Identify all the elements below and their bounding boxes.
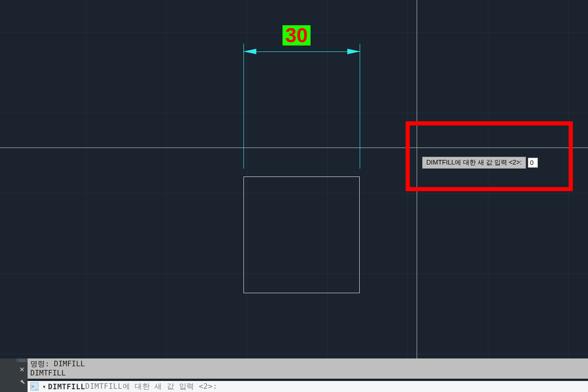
svg-marker-1 bbox=[347, 49, 360, 54]
model-space-canvas[interactable]: 30 DIMTFILL에 대한 새 값 입력 <2>: bbox=[0, 0, 588, 358]
dynamic-input-field[interactable] bbox=[528, 158, 538, 168]
rectangle-shape bbox=[243, 176, 360, 293]
dimension-ext-left bbox=[243, 44, 244, 169]
command-active-text: DIMTFILL bbox=[48, 382, 85, 391]
close-icon[interactable]: ✕ bbox=[18, 366, 26, 373]
svg-marker-0 bbox=[243, 49, 256, 54]
dimension-arrow-left bbox=[243, 48, 257, 55]
dimension-ext-right bbox=[360, 44, 360, 169]
command-panel: :::::: ✕ 명령: DIMFILL DIMTFILL >_ ▾ DIMTF… bbox=[0, 358, 588, 392]
chevron-down-icon[interactable]: ▾ bbox=[40, 383, 48, 390]
dynamic-input-label: DIMTFILL에 대한 새 값 입력 <2>: bbox=[422, 157, 526, 169]
command-suffix-text: DIMTFILL에 대한 새 값 입력 <2>: bbox=[85, 382, 218, 392]
dimension-line bbox=[243, 51, 360, 52]
annotation-highlight bbox=[406, 122, 572, 191]
dimension-text: 30 bbox=[283, 25, 311, 45]
wrench-icon[interactable] bbox=[18, 378, 26, 385]
history-line: 명령: DIMFILL bbox=[30, 359, 585, 369]
dimension-arrow-right bbox=[346, 48, 360, 55]
history-line: DIMTFILL bbox=[30, 369, 585, 378]
command-gutter: :::::: ✕ bbox=[0, 358, 28, 392]
dynamic-input-prompt[interactable]: DIMTFILL에 대한 새 값 입력 <2>: bbox=[422, 157, 538, 169]
command-history[interactable]: 명령: DIMFILL DIMTFILL bbox=[28, 358, 588, 379]
command-prompt-icon[interactable]: >_ bbox=[30, 382, 39, 391]
command-input-row[interactable]: >_ ▾ DIMTFILL DIMTFILL에 대한 새 값 입력 <2>: bbox=[28, 381, 588, 392]
panel-drag-handle[interactable]: :::::: bbox=[17, 358, 28, 362]
